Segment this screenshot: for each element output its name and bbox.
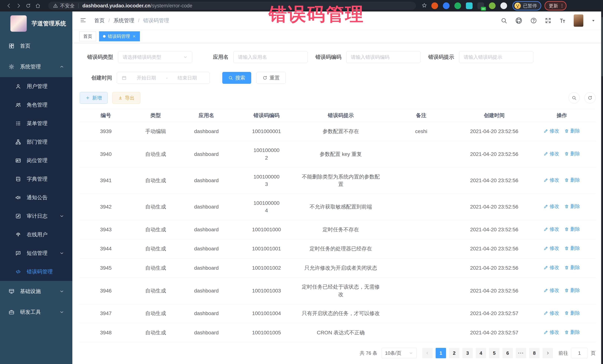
- font-size-icon[interactable]: [559, 17, 566, 24]
- page-number-button[interactable]: 5: [489, 348, 499, 358]
- browser-reload-button[interactable]: [23, 2, 33, 10]
- page-number-button[interactable]: 6: [502, 348, 513, 358]
- goto-page-input[interactable]: [571, 348, 588, 358]
- page-ellipsis[interactable]: ···: [516, 348, 526, 358]
- sidebar-item[interactable]: 系统管理: [0, 56, 72, 77]
- delete-link[interactable]: 删除: [564, 287, 580, 294]
- extension-icon[interactable]: [454, 2, 461, 9]
- delete-link-label: 删除: [570, 203, 580, 210]
- sidebar-item[interactable]: 角色管理: [0, 96, 72, 114]
- row-message: CRON 表达式不正确: [300, 323, 382, 342]
- table-row: 3944自动生成dashboard1001001001定时任务的处理器已经存在2…: [80, 239, 596, 258]
- sidebar-item[interactable]: 首页: [0, 36, 72, 56]
- table-header-row: 编号类型应用名错误码编码错误码提示备注创建时间操作: [80, 109, 596, 122]
- next-page-button[interactable]: [543, 348, 553, 358]
- sidebar-item[interactable]: 研发工具: [0, 302, 72, 322]
- view-tag[interactable]: 错误码管理: [99, 31, 140, 41]
- browser-forward-button[interactable]: [14, 2, 23, 10]
- sidebar-item[interactable]: 用户管理: [0, 77, 72, 96]
- error-code-input[interactable]: [346, 51, 420, 63]
- page-number-button[interactable]: 3: [462, 348, 473, 358]
- delete-link[interactable]: 删除: [564, 128, 580, 134]
- edit-link[interactable]: 修改: [544, 128, 559, 134]
- row-app: dashboard: [179, 323, 234, 342]
- edit-link[interactable]: 修改: [544, 310, 559, 317]
- refresh-table-button[interactable]: [584, 92, 596, 103]
- sidebar-item[interactable]: 短信管理: [0, 244, 72, 263]
- browser-home-button[interactable]: [33, 2, 43, 10]
- chevron-down-icon: [59, 310, 64, 315]
- edit-link[interactable]: 修改: [544, 245, 559, 252]
- edit-link[interactable]: 修改: [544, 203, 559, 210]
- extension-icon[interactable]: [431, 2, 438, 9]
- edit-link[interactable]: 修改: [544, 226, 559, 233]
- github-icon[interactable]: [515, 17, 522, 24]
- delete-link[interactable]: 删除: [564, 150, 580, 157]
- sidebar-item[interactable]: 错误码管理: [0, 263, 72, 281]
- field-label: 应用名: [213, 54, 229, 61]
- page-number-button[interactable]: 1: [436, 348, 446, 358]
- extension-icon[interactable]: [489, 2, 496, 9]
- edit-link[interactable]: 修改: [544, 150, 559, 157]
- row-id: 3939: [80, 122, 132, 141]
- sidebar-item[interactable]: 菜单管理: [0, 114, 72, 133]
- user-avatar[interactable]: [574, 14, 583, 27]
- edit-link[interactable]: 修改: [544, 287, 559, 294]
- close-icon[interactable]: [132, 34, 136, 38]
- extension-icon[interactable]: [443, 2, 450, 9]
- extension-icon[interactable]: [466, 2, 473, 9]
- delete-link[interactable]: 删除: [564, 226, 580, 233]
- browser-update-button[interactable]: 更新: [545, 1, 567, 10]
- page-number-button[interactable]: 4: [476, 348, 486, 358]
- browser-back-button[interactable]: [4, 2, 14, 10]
- brand-area[interactable]: 芋道管理系统: [0, 11, 72, 36]
- browser-menu-icon[interactable]: [560, 3, 564, 8]
- header-search-icon[interactable]: [500, 17, 507, 24]
- reset-button[interactable]: 重置: [256, 72, 286, 84]
- page-number-button[interactable]: 2: [449, 348, 459, 358]
- page-number-button[interactable]: 8: [529, 348, 540, 358]
- error-code-type-select[interactable]: 请选择错误码类型: [118, 51, 192, 63]
- sidebar-item[interactable]: 基础设施: [0, 281, 72, 302]
- edit-link[interactable]: 修改: [544, 329, 559, 336]
- edit-link[interactable]: 修改: [544, 177, 559, 184]
- sidebar-item[interactable]: 审计日志: [0, 207, 72, 225]
- extension-icon[interactable]: on: [477, 2, 484, 9]
- delete-link[interactable]: 删除: [564, 245, 580, 252]
- add-button[interactable]: 新增: [80, 92, 108, 104]
- app-name-input[interactable]: [233, 51, 308, 63]
- breadcrumb-item[interactable]: 系统管理: [114, 17, 134, 24]
- delete-link[interactable]: 删除: [564, 203, 580, 210]
- edit-link[interactable]: 修改: [544, 264, 559, 271]
- row-type: 手动编辑: [132, 122, 179, 141]
- toggle-search-button[interactable]: [568, 92, 580, 103]
- sidebar-item[interactable]: 通知公告: [0, 188, 72, 207]
- sidebar-item[interactable]: 字典管理: [0, 170, 72, 188]
- sidebar-item[interactable]: 部门管理: [0, 133, 72, 151]
- delete-link[interactable]: 删除: [564, 177, 580, 184]
- browser-scrollbar[interactable]: [601, 11, 603, 364]
- extension-icon[interactable]: [500, 2, 507, 9]
- date-range-picker[interactable]: 开始日期 - 结束日期: [117, 72, 210, 84]
- pencil-icon: [544, 311, 548, 315]
- prev-page-button[interactable]: [422, 348, 433, 358]
- export-button[interactable]: 导出: [112, 92, 140, 104]
- row-memo: [382, 220, 461, 239]
- bookmark-star-button[interactable]: [422, 3, 427, 9]
- fullscreen-icon[interactable]: [545, 17, 551, 24]
- row-app: dashboard: [179, 304, 234, 323]
- help-icon[interactable]: [530, 17, 537, 24]
- browser-profile-button[interactable]: 已暂停: [512, 1, 541, 10]
- caret-down-icon[interactable]: [591, 18, 596, 23]
- delete-link[interactable]: 删除: [564, 310, 580, 317]
- sidebar-collapse-button[interactable]: [80, 17, 86, 24]
- search-button[interactable]: 搜索: [222, 72, 251, 84]
- page-size-select[interactable]: 10条/页: [382, 348, 417, 358]
- error-message-input[interactable]: [459, 51, 533, 63]
- breadcrumb-item[interactable]: 首页: [94, 17, 105, 24]
- delete-link[interactable]: 删除: [564, 329, 580, 336]
- sidebar-item[interactable]: 在线用户: [0, 225, 72, 244]
- sidebar-item[interactable]: 岗位管理: [0, 151, 72, 170]
- delete-link[interactable]: 删除: [564, 264, 580, 271]
- view-tag[interactable]: 首页: [79, 31, 96, 41]
